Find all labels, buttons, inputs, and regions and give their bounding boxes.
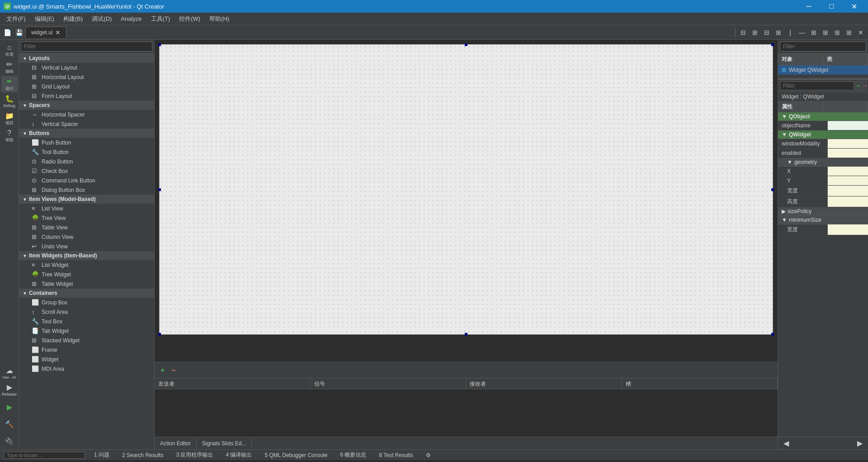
status-search-input[interactable]	[4, 452, 85, 459]
item-push-button[interactable]: ⬜ Push Button	[19, 138, 154, 147]
item-tool-box[interactable]: 🔧 Tool Box	[19, 317, 154, 326]
item-tool-button[interactable]: 🔧 Tool Button	[19, 147, 154, 157]
props-filter-input[interactable]	[780, 81, 854, 90]
sidebar-debug[interactable]: 🐛 Debug	[1, 93, 18, 109]
sidebar-design[interactable]: ✒ 设计	[1, 76, 18, 92]
toolbar-layout-btn-1[interactable]: ⊟	[738, 27, 749, 38]
item-command-link-button[interactable]: ⊙ Command Link Button	[19, 176, 154, 185]
menu-help[interactable]: 帮助(H)	[205, 13, 234, 25]
design-canvas[interactable]	[155, 40, 778, 362]
handle-mr[interactable]	[771, 188, 774, 191]
item-grid-layout[interactable]: ⊞ Grid Layout	[19, 82, 154, 91]
item-frame[interactable]: ⬜ Frame	[19, 345, 154, 355]
status-search-results[interactable]: 2 Search Results	[118, 452, 167, 458]
item-widget[interactable]: ⬜ Widget	[19, 355, 154, 364]
props-group-qobject[interactable]: ▼ QObject	[778, 112, 868, 121]
sidebar-welcome[interactable]: ⌂ 欢迎	[1, 42, 18, 58]
item-mdi-area[interactable]: ⬜ MDI Area	[19, 364, 154, 373]
toolbar-layout-btn-6[interactable]: —	[797, 27, 807, 38]
sidebar-plugin[interactable]: 🔌	[1, 433, 18, 449]
category-layouts[interactable]: ▼ Layouts	[19, 54, 154, 63]
sidebar-cloud[interactable]: ☁ Saa…lot	[1, 364, 18, 381]
scroll-right-arrow[interactable]: ▶	[854, 438, 866, 448]
maximize-button[interactable]: □	[821, 0, 842, 13]
toolbar-layout-btn-5[interactable]: |	[785, 27, 796, 38]
menu-tools[interactable]: 工具(T)	[146, 13, 175, 25]
category-item-widgets[interactable]: ▼ Item Widgets (Item-Based)	[19, 251, 154, 260]
item-undo-view[interactable]: ↩ Undo View	[19, 242, 154, 251]
toolbar-layout-btn-2[interactable]: ⊞	[750, 27, 760, 38]
close-button[interactable]: ✕	[844, 0, 864, 13]
tab-widget-ui[interactable]: widget.ui ✕	[25, 27, 66, 38]
props-width-value[interactable]	[828, 186, 868, 196]
item-check-box[interactable]: ☑ Check Box	[19, 166, 154, 176]
sidebar-project[interactable]: 📁 项目	[1, 110, 18, 126]
sidebar-run[interactable]: ▶	[1, 399, 18, 415]
item-list-widget[interactable]: ≡ List Widget	[19, 260, 154, 270]
palette-filter-input[interactable]	[21, 42, 152, 51]
sidebar-help[interactable]: ? 帮助	[1, 127, 18, 144]
handle-bm[interactable]	[465, 333, 467, 336]
menu-build[interactable]: 构建(B)	[59, 13, 87, 25]
menu-debug[interactable]: 调试(D)	[87, 13, 116, 25]
scroll-left-arrow[interactable]: ◀	[780, 438, 793, 448]
object-row-widget[interactable]: ⊞ Widget QWidget	[778, 65, 868, 75]
menu-file[interactable]: 文件(F)	[2, 13, 30, 25]
item-list-view[interactable]: ≡ List View	[19, 204, 154, 213]
props-windowmodality-value[interactable]	[828, 139, 868, 148]
item-stacked-widget[interactable]: ⊞ Stacked Widget	[19, 336, 154, 345]
item-vertical-layout[interactable]: ⊟ Vertical Layout	[19, 63, 154, 72]
props-x-value[interactable]	[828, 167, 868, 176]
props-objectname-value[interactable]	[828, 121, 868, 130]
sidebar-build[interactable]: 🔨	[1, 416, 18, 432]
item-scroll-area[interactable]: ↕ Scroll Area	[19, 307, 154, 317]
props-group-geometry[interactable]: ▼ geometry	[778, 158, 868, 167]
toolbar-layout-btn-7[interactable]: ⊞	[808, 27, 819, 38]
handle-br[interactable]	[771, 333, 774, 336]
right-filter-input[interactable]	[780, 42, 866, 51]
remove-signal-button[interactable]: −	[169, 366, 178, 375]
handle-ml[interactable]	[158, 188, 161, 191]
sidebar-release[interactable]: ▶ Release	[1, 382, 18, 398]
item-tree-widget[interactable]: 🌳 Tree Widget	[19, 270, 154, 279]
add-signal-button[interactable]: +	[158, 366, 167, 375]
minimize-button[interactable]: ─	[798, 0, 819, 13]
item-tree-view[interactable]: 🌳 Tree View	[19, 213, 154, 223]
toolbar-layout-btn-8[interactable]: ⊞	[820, 27, 831, 38]
item-radio-button[interactable]: ⊙ Radio Button	[19, 157, 154, 166]
item-column-view[interactable]: ⊞ Column View	[19, 232, 154, 242]
item-table-view[interactable]: ⊞ Table View	[19, 223, 154, 232]
handle-bl[interactable]	[158, 333, 161, 336]
category-spacers[interactable]: ▼ Spacers	[19, 101, 154, 110]
props-remove-button[interactable]: −	[862, 81, 867, 90]
toolbar-layout-btn-3[interactable]: ⊟	[761, 27, 772, 38]
props-group-qwidget[interactable]: ▼ QWidget	[778, 131, 868, 139]
tab-close-icon[interactable]: ✕	[55, 29, 61, 36]
item-vertical-spacer[interactable]: ↕ Vertical Spacer	[19, 119, 154, 129]
props-add-button[interactable]: +	[856, 81, 860, 90]
toolbar-btn-2[interactable]: 💾	[14, 27, 24, 38]
props-enabled-value[interactable]	[828, 149, 868, 158]
toolbar-layout-btn-10[interactable]: ⊞	[844, 27, 854, 38]
props-minwidth-value[interactable]	[828, 224, 868, 235]
status-compile-output[interactable]: 4 编译输出	[222, 451, 255, 459]
menu-edit[interactable]: 编辑(E)	[30, 13, 59, 25]
tab-signals-slots-editor[interactable]: Signals Slots Ed...	[197, 439, 252, 448]
item-group-box[interactable]: ⬜ Group Box	[19, 298, 154, 307]
handle-tr[interactable]	[771, 43, 774, 46]
props-height-value[interactable]	[828, 196, 868, 207]
props-group-minimumsize[interactable]: ▼ minimumSize	[778, 216, 868, 224]
tab-action-editor[interactable]: Action Editor	[155, 439, 197, 448]
status-test-results[interactable]: 8 Test Results	[375, 452, 416, 458]
item-tab-widget[interactable]: 📑 Tab Widget	[19, 326, 154, 336]
toolbar-layout-btn-11[interactable]: ✕	[855, 27, 866, 38]
status-app-output[interactable]: 3 应用程序输出	[172, 451, 217, 459]
widget-canvas[interactable]	[159, 44, 773, 335]
toolbar-btn-1[interactable]: 📄	[2, 27, 13, 38]
props-group-sizepolicy[interactable]: ▶ sizePolicy	[778, 207, 868, 216]
sidebar-edit[interactable]: ✏ 编辑	[1, 59, 18, 75]
item-horizontal-spacer[interactable]: ↔ Horizontal Spacer	[19, 110, 154, 119]
toolbar-layout-btn-9[interactable]: ⊞	[832, 27, 843, 38]
props-y-value[interactable]	[828, 176, 868, 185]
handle-tm[interactable]	[465, 43, 467, 46]
